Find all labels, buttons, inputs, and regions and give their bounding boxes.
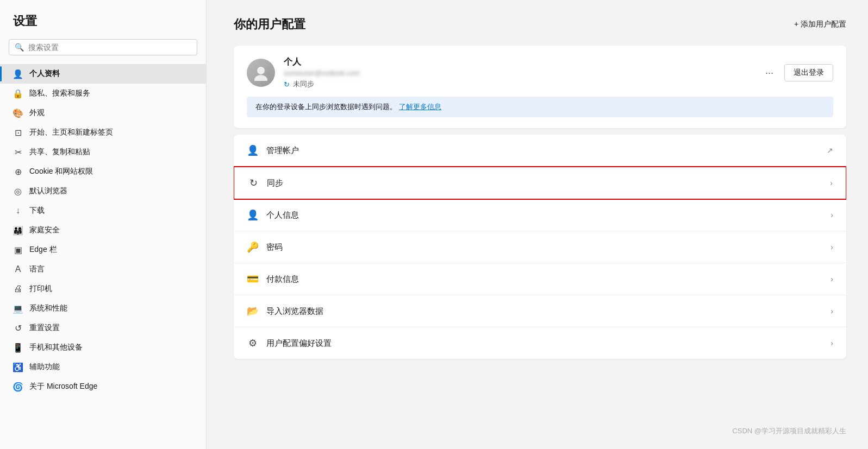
sidebar-item-newtab[interactable]: ⊡开始、主页和新建标签页: [0, 123, 206, 142]
password-menu-icon: 🔑: [247, 241, 259, 253]
sidebar-item-about[interactable]: 🌀关于 Microsoft Edge: [0, 377, 206, 396]
edgebar-icon: ▣: [13, 245, 23, 255]
sidebar-item-cookies[interactable]: ⊕Cookie 和网站权限: [0, 162, 206, 181]
sidebar-item-language[interactable]: A语言: [0, 260, 206, 279]
profile-info: 个人 someuser@outlook.com ↻ 未同步 ··· 退出登录: [247, 56, 833, 89]
download-icon: ↓: [13, 206, 23, 216]
sidebar-item-label-system: 系统和性能: [29, 303, 67, 313]
sidebar-item-mobile[interactable]: 📱手机和其他设备: [0, 338, 206, 357]
personal-info-arrow: ›: [830, 211, 833, 219]
language-icon: A: [13, 264, 23, 274]
page-title: 你的用户配置: [234, 16, 305, 33]
menu-list: 👤管理帐户↗↻同步›👤个人信息›🔑密码›💳付款信息›📂导入浏览器数据›⚙用户配置…: [234, 135, 846, 359]
personal-info-menu-icon: 👤: [247, 209, 259, 221]
newtab-icon: ⊡: [13, 128, 23, 137]
about-icon: 🌀: [13, 382, 23, 391]
sidebar-item-family[interactable]: 👨‍👩‍👧家庭安全: [0, 220, 206, 240]
notification-text: 在你的登录设备上同步浏览数据时遇到问题。: [255, 102, 397, 112]
appearance-icon: 🎨: [13, 108, 23, 118]
search-icon: 🔍: [15, 43, 24, 52]
avatar-icon: [253, 65, 269, 81]
search-box[interactable]: 🔍: [9, 39, 197, 55]
add-profile-button[interactable]: + 添加用户配置: [794, 20, 846, 29]
sync-status-text: 未同步: [293, 79, 314, 89]
sidebar-item-label-default: 默认浏览器: [29, 186, 67, 196]
payment-arrow: ›: [830, 275, 833, 283]
main-header: 你的用户配置 + 添加用户配置: [234, 16, 846, 33]
sync-status-icon: ↻: [284, 80, 290, 88]
menu-item-password[interactable]: 🔑密码›: [234, 231, 846, 263]
menu-item-label-sync: 同步: [267, 178, 822, 188]
sidebar-item-label-appearance: 外观: [29, 108, 45, 118]
menu-item-label-personal-info: 个人信息: [266, 210, 823, 220]
profile-card: 个人 someuser@outlook.com ↻ 未同步 ··· 退出登录 在…: [234, 46, 846, 128]
sync-menu-icon: ↻: [247, 177, 259, 189]
import-menu-icon: 📂: [247, 305, 259, 317]
main-content: 你的用户配置 + 添加用户配置 个人 someuser@outlook.com …: [207, 0, 868, 449]
sidebar-item-printer[interactable]: 🖨打印机: [0, 279, 206, 299]
default-icon: ◎: [13, 186, 23, 196]
sidebar-item-edgebar[interactable]: ▣Edge 栏: [0, 240, 206, 260]
share-icon: ✂: [13, 147, 23, 157]
sidebar-item-label-about: 关于 Microsoft Edge: [29, 382, 97, 391]
sidebar-item-privacy[interactable]: 🔒隐私、搜索和服务: [0, 84, 206, 103]
cookies-icon: ⊕: [13, 167, 23, 176]
accessibility-icon: ♿: [13, 362, 23, 372]
watermark: CSDN @学习开源项目成就精彩人生: [732, 426, 846, 436]
notification-bar: 在你的登录设备上同步浏览数据时遇到问题。 了解更多信息: [247, 97, 833, 117]
family-icon: 👨‍👩‍👧: [13, 225, 23, 235]
payment-menu-icon: 💳: [247, 273, 259, 285]
menu-item-manage[interactable]: 👤管理帐户↗: [234, 135, 846, 167]
mobile-icon: 📱: [13, 343, 23, 352]
system-icon: 💻: [13, 303, 23, 313]
sidebar-item-reset[interactable]: ↺重置设置: [0, 318, 206, 338]
sidebar-item-default[interactable]: ◎默认浏览器: [0, 181, 206, 201]
sidebar-item-label-printer: 打印机: [29, 284, 52, 294]
sidebar-item-label-profile: 个人资料: [29, 69, 60, 79]
sidebar-item-system[interactable]: 💻系统和性能: [0, 299, 206, 318]
menu-item-label-import: 导入浏览器数据: [266, 306, 823, 317]
profile-email: someuser@outlook.com: [284, 69, 752, 77]
preferences-arrow: ›: [830, 339, 833, 347]
menu-item-preferences[interactable]: ⚙用户配置偏好设置›: [234, 327, 846, 359]
password-arrow: ›: [830, 243, 833, 251]
sidebar-item-profile[interactable]: 👤个人资料: [0, 64, 206, 84]
sidebar-item-label-family: 家庭安全: [29, 225, 60, 235]
profile-actions: ··· 退出登录: [761, 64, 833, 81]
sidebar-item-accessibility[interactable]: ♿辅助功能: [0, 357, 206, 377]
svg-point-0: [257, 67, 265, 74]
svg-point-1: [254, 75, 267, 81]
menu-item-label-password: 密码: [266, 242, 823, 252]
sidebar-item-label-edgebar: Edge 栏: [29, 245, 57, 255]
menu-item-payment[interactable]: 💳付款信息›: [234, 263, 846, 295]
sidebar-item-share[interactable]: ✂共享、复制和粘贴: [0, 142, 206, 162]
more-options-button[interactable]: ···: [761, 65, 778, 81]
sidebar-title: 设置: [0, 13, 206, 39]
avatar: [247, 59, 275, 87]
menu-item-sync[interactable]: ↻同步›: [234, 166, 846, 200]
menu-item-label-preferences: 用户配置偏好设置: [266, 338, 823, 349]
profile-details: 个人 someuser@outlook.com ↻ 未同步: [284, 56, 752, 89]
sidebar-item-download[interactable]: ↓下载: [0, 201, 206, 220]
sidebar: 设置 🔍 👤个人资料🔒隐私、搜索和服务🎨外观⊡开始、主页和新建标签页✂共享、复制…: [0, 0, 207, 449]
sidebar-item-label-accessibility: 辅助功能: [29, 362, 60, 372]
menu-item-import[interactable]: 📂导入浏览器数据›: [234, 295, 846, 327]
reset-icon: ↺: [13, 323, 23, 333]
menu-item-label-manage: 管理帐户: [266, 146, 819, 156]
sidebar-item-label-privacy: 隐私、搜索和服务: [29, 88, 90, 98]
search-input[interactable]: [28, 43, 191, 52]
notification-link[interactable]: 了解更多信息: [399, 102, 441, 112]
sidebar-item-label-mobile: 手机和其他设备: [29, 343, 83, 352]
sync-arrow: ›: [830, 179, 833, 187]
profile-name: 个人: [284, 56, 752, 68]
profile-sync-status: ↻ 未同步: [284, 79, 752, 89]
printer-icon: 🖨: [13, 284, 23, 294]
sidebar-item-label-language: 语言: [29, 264, 45, 274]
preferences-menu-icon: ⚙: [247, 337, 259, 349]
logout-button[interactable]: 退出登录: [784, 64, 833, 81]
sidebar-item-appearance[interactable]: 🎨外观: [0, 103, 206, 123]
sidebar-item-label-share: 共享、复制和粘贴: [29, 147, 90, 157]
menu-item-personal-info[interactable]: 👤个人信息›: [234, 199, 846, 231]
manage-arrow: ↗: [827, 146, 833, 155]
import-arrow: ›: [830, 307, 833, 315]
